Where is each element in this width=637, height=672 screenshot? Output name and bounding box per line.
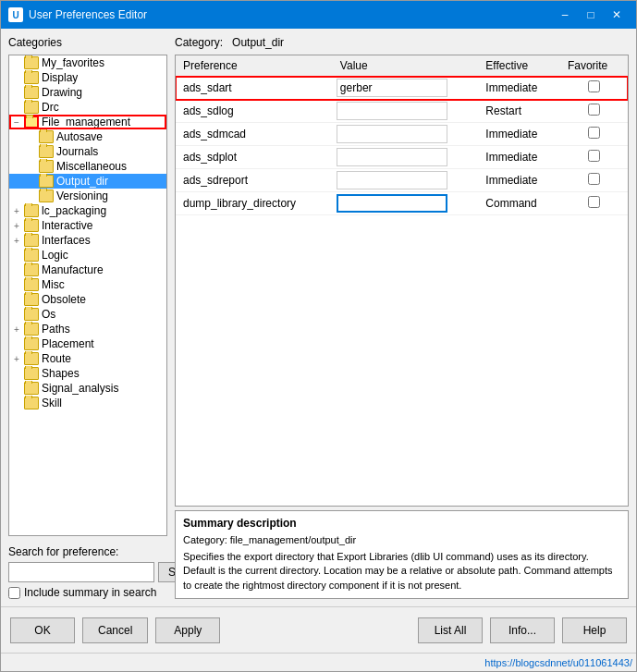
folder-icon-interfaces [24, 234, 39, 247]
title-bar: U User Preferences Editor – □ ✕ [1, 1, 636, 29]
search-input[interactable] [8, 562, 154, 582]
maximize-button[interactable]: □ [579, 6, 603, 24]
tree-scroll[interactable]: My_favorites Display Drawing Drc− File_m… [9, 55, 166, 535]
tree-item-display[interactable]: Display [9, 70, 166, 85]
tree-item-autosave[interactable]: Autosave [9, 129, 166, 144]
tree-item-paths[interactable]: + Paths [9, 322, 166, 336]
tree-item-lc_packaging[interactable]: + lc_packaging [9, 203, 166, 218]
window-title: User Preferences Editor [29, 8, 553, 21]
category-header: Category: Output_dir [175, 36, 629, 49]
pref-name-5: dump_library_directory [176, 192, 333, 215]
folder-icon-drawing [24, 86, 39, 99]
table-row: ads_sdlogRestart [176, 100, 628, 123]
tree-item-shapes[interactable]: Shapes [9, 366, 166, 381]
folder-icon-skill [24, 397, 39, 409]
col-effective: Effective [478, 55, 560, 77]
prefs-table-container[interactable]: Preference Value Effective Favorite ads_… [175, 55, 629, 507]
tree-item-route[interactable]: + Route [9, 351, 166, 366]
favorite-checkbox-4[interactable] [588, 173, 600, 185]
tree-item-skill[interactable]: Skill [9, 396, 166, 410]
search-area: Search for preference: Search Include su… [8, 545, 167, 599]
tree-item-my_favorites[interactable]: My_favorites [9, 55, 166, 70]
folder-icon-obsolete [24, 293, 39, 306]
tree-label-autosave: Autosave [56, 130, 103, 143]
tree-item-interfaces[interactable]: + Interfaces [9, 233, 166, 248]
tree-item-file_management[interactable]: − File_management [9, 115, 166, 129]
col-value: Value [333, 55, 478, 77]
tree-label-interfaces: Interfaces [42, 234, 91, 247]
tree-item-logic[interactable]: Logic [9, 248, 166, 263]
pref-input-4[interactable] [337, 171, 447, 189]
favorite-cell-5[interactable] [560, 192, 628, 215]
favorite-cell-3[interactable] [560, 146, 628, 169]
favorite-checkbox-3[interactable] [588, 150, 600, 162]
pref-input-1[interactable] [337, 102, 447, 120]
pref-input-2[interactable] [337, 125, 447, 143]
tree-item-output_dir[interactable]: Output_dir [9, 174, 166, 189]
tree-container[interactable]: My_favorites Display Drawing Drc− File_m… [8, 55, 167, 536]
tree-label-paths: Paths [42, 323, 70, 336]
apply-button[interactable]: Apply [155, 617, 220, 643]
help-button[interactable]: Help [562, 617, 627, 643]
pref-value-cell-2[interactable] [333, 123, 478, 146]
pref-name-4: ads_sdreport [176, 169, 333, 192]
tree-label-display: Display [42, 71, 78, 84]
cancel-button[interactable]: Cancel [82, 617, 148, 643]
include-summary-label[interactable]: Include summary in search [24, 586, 156, 599]
favorite-cell-0[interactable] [560, 77, 628, 100]
content-area: Categories My_favorites Display Drawing … [1, 29, 636, 606]
folder-icon-miscellaneous [39, 160, 54, 173]
folder-icon-os [24, 308, 39, 321]
pref-value-cell-5[interactable] [333, 192, 478, 215]
tree-label-lc_packaging: lc_packaging [42, 204, 106, 217]
tree-item-drawing[interactable]: Drawing [9, 85, 166, 100]
tree-item-interactive[interactable]: + Interactive [9, 218, 166, 233]
tree-item-miscellaneous[interactable]: Miscellaneous [9, 159, 166, 174]
tree-item-versioning[interactable]: Versioning [9, 189, 166, 203]
favorite-cell-4[interactable] [560, 169, 628, 192]
minimize-button[interactable]: – [553, 6, 577, 24]
pref-value-cell-0[interactable] [333, 77, 478, 100]
summary-title: Summary description [183, 517, 620, 530]
tree-item-signal_analysis[interactable]: Signal_analysis [9, 381, 166, 396]
window-icon: U [8, 7, 23, 22]
folder-icon-signal_analysis [24, 382, 39, 395]
favorite-cell-1[interactable] [560, 100, 628, 123]
status-bar: https://blogcsdnnet/u011061443/ [1, 653, 636, 671]
pref-value-cell-1[interactable] [333, 100, 478, 123]
tree-item-manufacture[interactable]: Manufacture [9, 263, 166, 277]
tree-item-drc[interactable]: Drc [9, 100, 166, 115]
pref-value-cell-4[interactable] [333, 169, 478, 192]
tree-item-os[interactable]: Os [9, 307, 166, 322]
main-window: U User Preferences Editor – □ ✕ Categori… [0, 0, 637, 672]
folder-icon-display [24, 71, 39, 84]
list-all-button[interactable]: List All [418, 617, 483, 643]
favorite-checkbox-1[interactable] [588, 104, 600, 116]
include-summary-checkbox[interactable] [8, 587, 20, 599]
tree-label-signal_analysis: Signal_analysis [42, 382, 118, 395]
pref-name-1: ads_sdlog [176, 100, 333, 123]
close-button[interactable]: ✕ [605, 6, 629, 24]
tree-label-obsolete: Obsolete [42, 293, 86, 306]
status-text: https://blogcsdnnet/u011061443/ [484, 657, 632, 668]
pref-value-cell-3[interactable] [333, 146, 478, 169]
tree-item-journals[interactable]: Journals [9, 144, 166, 159]
tree-label-file_management: File_management [42, 116, 130, 128]
pref-input-5[interactable] [337, 194, 447, 213]
tree-item-placement[interactable]: Placement [9, 336, 166, 351]
pref-input-3[interactable] [337, 148, 447, 166]
folder-icon-interactive [24, 219, 39, 232]
favorite-checkbox-0[interactable] [588, 80, 600, 92]
favorite-checkbox-2[interactable] [588, 127, 600, 139]
favorite-cell-2[interactable] [560, 123, 628, 146]
ok-button[interactable]: OK [10, 617, 75, 643]
pref-input-0[interactable] [337, 79, 447, 97]
tree-item-obsolete[interactable]: Obsolete [9, 292, 166, 307]
info-button[interactable]: Info... [490, 617, 555, 643]
summary-description: Specifies the export directory that Expo… [183, 550, 620, 593]
folder-icon-output_dir [39, 175, 54, 188]
folder-icon-versioning [39, 189, 54, 202]
tree-label-miscellaneous: Miscellaneous [56, 160, 127, 173]
tree-item-misc[interactable]: Misc [9, 277, 166, 292]
favorite-checkbox-5[interactable] [588, 196, 600, 208]
